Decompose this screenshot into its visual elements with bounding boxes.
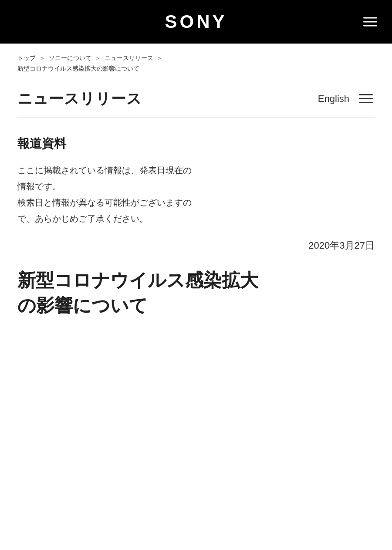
title-menu-button[interactable] <box>357 92 375 105</box>
main-content: 報道資料 ここに掲載されている情報は、発表日現在の情報です。 検索日と情報が異な… <box>0 118 392 337</box>
hamburger-line-1 <box>363 17 377 19</box>
title-hamburger-line-3 <box>359 102 373 103</box>
breadcrumb-news-link[interactable]: ニュースリリース <box>105 54 153 61</box>
title-hamburger-line-2 <box>359 98 373 99</box>
sony-logo: SONY <box>165 11 227 32</box>
breadcrumb-about-link[interactable]: ソニーについて <box>49 54 91 61</box>
press-section-title: 報道資料 <box>17 135 375 152</box>
page-title-section: ニュースリリース English <box>0 82 392 109</box>
breadcrumb-top-link[interactable]: トップ <box>17 54 36 61</box>
hamburger-line-2 <box>363 21 377 23</box>
title-hamburger-line-1 <box>359 94 373 95</box>
article-title: 新型コロナウイルス感染拡大 の影響について <box>17 268 375 319</box>
breadcrumb-current: 新型コロナウイルス感染拡大の影響について <box>17 65 139 72</box>
breadcrumb: トップ ＞ ソニーについて ＞ ニュースリリース ＞ 新型コロナウイルス感染拡大… <box>0 44 392 82</box>
page-title-right: English <box>318 92 375 105</box>
english-language-link[interactable]: English <box>318 93 349 105</box>
press-notice-text: ここに掲載されている情報は、発表日現在の情報です。 検索日と情報が異なる可能性が… <box>17 162 375 227</box>
breadcrumb-sep-2: ＞ <box>95 54 101 61</box>
hamburger-line-3 <box>363 25 377 27</box>
article-date: 2020年3月27日 <box>17 239 375 252</box>
header-menu-button[interactable] <box>362 16 379 28</box>
site-header: SONY <box>0 0 392 44</box>
breadcrumb-text: トップ ＞ ソニーについて ＞ ニュースリリース ＞ 新型コロナウイルス感染拡大… <box>17 53 375 74</box>
breadcrumb-sep-3: ＞ <box>156 54 162 61</box>
article-title-line2: の影響について <box>17 295 148 316</box>
page-title: ニュースリリース <box>17 89 142 109</box>
article-title-line1: 新型コロナウイルス感染拡大 <box>17 270 258 290</box>
breadcrumb-sep-1: ＞ <box>39 54 45 61</box>
